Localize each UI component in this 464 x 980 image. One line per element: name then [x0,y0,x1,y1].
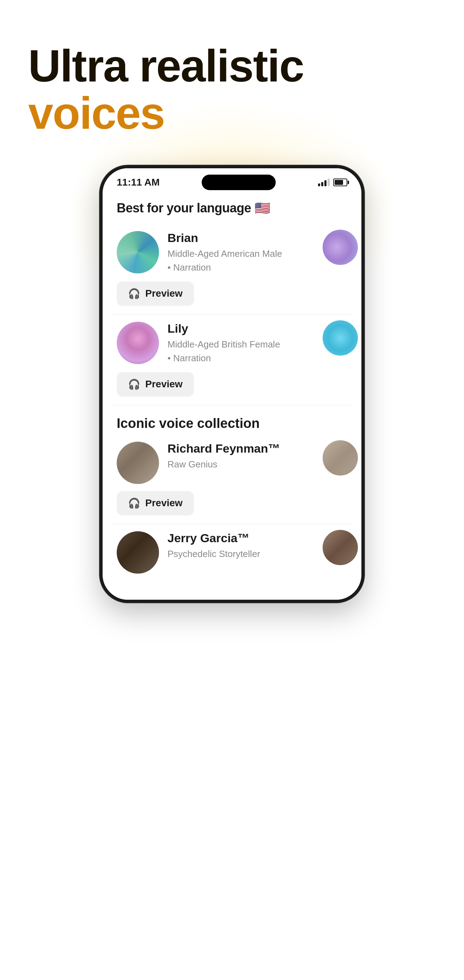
preview-label-brian: Preview [145,288,183,299]
voice-name-garcia: Jerry Garcia™ [167,531,347,545]
preview-button-feynman[interactable]: 🎧 Preview [117,491,194,515]
preview-button-brian[interactable]: 🎧 Preview [117,282,194,306]
phone-content: Best for your language 🇺🇸 Brian Middle-A… [103,194,361,600]
hero-section: Ultra realistic voices [0,0,464,158]
voice-desc-brian: Middle-Aged American Male • Narration [167,247,347,274]
hero-title-line2: voices [28,90,436,137]
voice-name-lily: Lily [167,322,347,336]
status-bar: 11:11 AM [103,168,361,194]
avatar-peek-garcia [323,530,358,565]
avatar-brian [117,231,159,274]
avatar-peek-lily [323,320,358,356]
section-heading: Best for your language 🇺🇸 [113,194,351,224]
phone-frame: 11:11 AM Best for your language 🇺🇸 [100,165,364,603]
voice-desc-garcia: Psychedelic Storyteller [167,547,347,561]
voice-info-feynman: Richard Feynman™ Raw Genius [167,442,347,471]
hero-title-line1: Ultra realistic [28,42,436,90]
voice-desc-lily: Middle-Aged British Female • Narration [167,337,347,365]
voice-card-lily: Lily Middle-Aged British Female • Narrat… [113,315,351,405]
voice-name-feynman: Richard Feynman™ [167,442,347,455]
voice-info-lily: Lily Middle-Aged British Female • Narrat… [167,322,347,365]
status-icons [318,178,347,186]
voice-card-garcia: Jerry Garcia™ Psychedelic Storyteller [113,524,351,582]
voice-card-feynman: Richard Feynman™ Raw Genius › 🎧 Preview [113,434,351,524]
preview-button-lily[interactable]: 🎧 Preview [117,372,194,396]
headphone-icon-brian: 🎧 [128,288,140,299]
voice-desc-feynman: Raw Genius [167,458,347,471]
status-time: 11:11 AM [117,177,160,188]
avatar-peek-feynman [323,440,358,476]
avatar-feynman [117,442,159,484]
preview-label-lily: Preview [145,379,183,390]
voice-info-brian: Brian Middle-Aged American Male • Narrat… [167,231,347,274]
headphone-icon-lily: 🎧 [128,379,140,390]
battery-icon [333,178,347,186]
voice-info-garcia: Jerry Garcia™ Psychedelic Storyteller [167,531,347,561]
signal-icon [318,178,330,186]
dynamic-island [202,175,276,190]
headphone-icon-feynman: 🎧 [128,497,140,509]
phone-wrapper: 11:11 AM Best for your language 🇺🇸 [0,165,464,603]
voice-name-brian: Brian [167,231,347,245]
iconic-title: Iconic voice collection [113,409,351,434]
preview-label-feynman: Preview [145,497,183,509]
avatar-lily [117,322,159,364]
avatar-peek-brian [323,230,358,265]
avatar-garcia [117,531,159,574]
voice-card-brian: Brian Middle-Aged American Male • Narrat… [113,224,351,315]
iconic-section: Iconic voice collection Richard Feynman™… [113,405,351,585]
